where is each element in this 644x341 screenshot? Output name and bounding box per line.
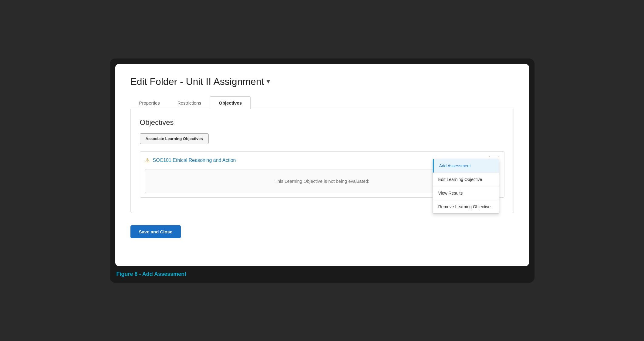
objective-dropdown-menu: Add Assessment Edit Learning Objective V… [433, 159, 499, 214]
page-title: Edit Folder - Unit II Assignment ▾ [130, 76, 514, 87]
objective-header: ⚠ SOC101 Ethical Reasoning and Action ▾ … [145, 156, 499, 165]
figure-caption: Figure 8 - Add Assessment [115, 271, 529, 277]
not-evaluated-text: This Learning Objective is not being eva… [275, 179, 369, 184]
section-title: Objectives [140, 118, 504, 127]
objective-title-group: ⚠ SOC101 Ethical Reasoning and Action [145, 157, 236, 164]
dropdown-item-add-assessment[interactable]: Add Assessment [433, 159, 499, 173]
dropdown-item-view-results[interactable]: View Results [433, 186, 499, 200]
dropdown-item-edit-learning-objective[interactable]: Edit Learning Objective [433, 173, 499, 186]
tabs-bar: Properties Restrictions Objectives [130, 96, 514, 109]
dropdown-item-remove-learning-objective[interactable]: Remove Learning Objective [433, 200, 499, 213]
tab-objectives[interactable]: Objectives [210, 96, 251, 109]
title-chevron-icon[interactable]: ▾ [267, 78, 270, 85]
warning-icon: ⚠ [145, 157, 150, 164]
save-and-close-button[interactable]: Save and Close [130, 225, 181, 238]
objective-row: ⚠ SOC101 Ethical Reasoning and Action ▾ … [140, 151, 504, 198]
content-box: Objectives Associate Learning Objectives… [130, 109, 514, 213]
associate-learning-objectives-button[interactable]: Associate Learning Objectives [140, 133, 209, 144]
page-title-text: Edit Folder - Unit II Assignment [130, 76, 264, 87]
tab-restrictions[interactable]: Restrictions [169, 96, 210, 109]
objective-link[interactable]: SOC101 Ethical Reasoning and Action [153, 158, 236, 163]
tab-properties[interactable]: Properties [130, 96, 169, 109]
